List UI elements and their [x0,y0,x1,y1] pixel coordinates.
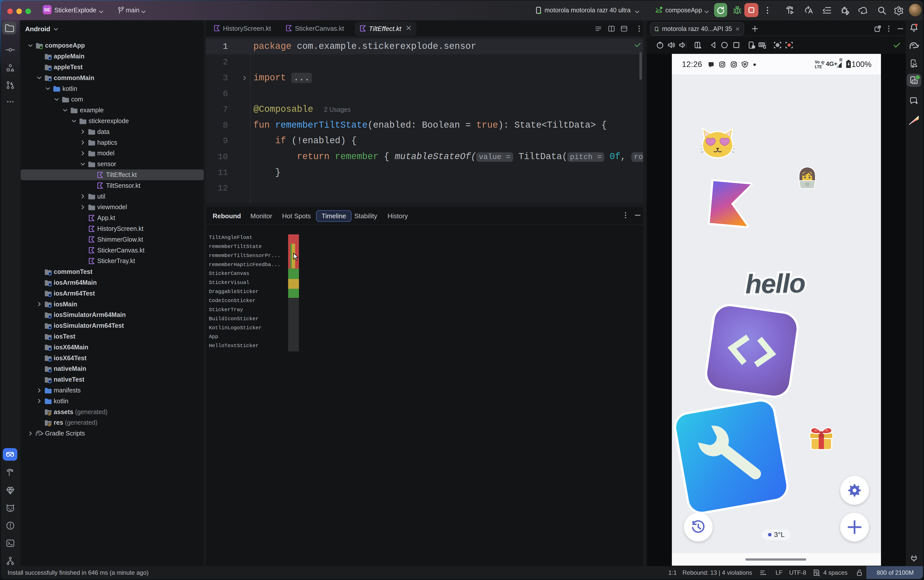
svg-text:Vo: Vo [815,60,820,64]
svg-text:LTE: LTE [815,65,822,69]
